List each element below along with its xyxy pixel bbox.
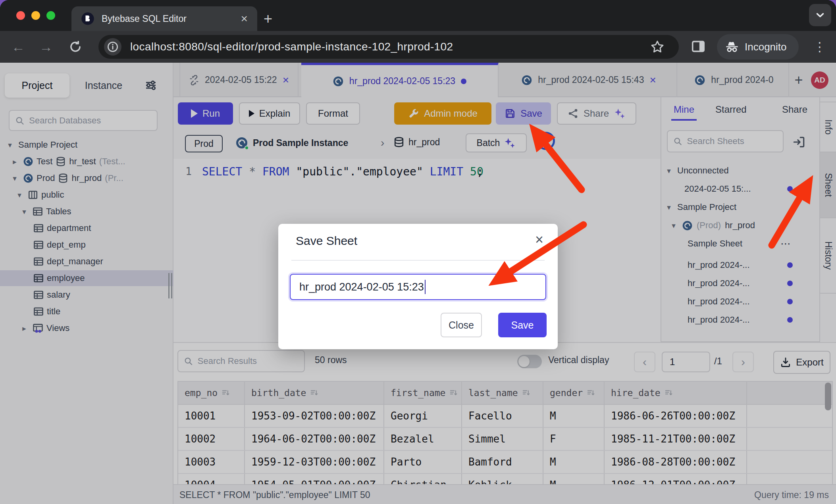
incognito-label: Incognito: [745, 41, 787, 53]
window-close-button[interactable]: [16, 11, 25, 20]
text-caret: [425, 280, 426, 294]
new-tab-button[interactable]: +: [264, 10, 272, 27]
bookmark-star-icon[interactable]: [650, 40, 665, 56]
incognito-icon: [725, 40, 739, 54]
save-sheet-dialog: Save Sheet × hr_prod 2024-02-05 15:23 Cl…: [278, 224, 558, 349]
address-bar[interactable]: localhost:8080/sql-editor/prod-sample-in…: [98, 35, 679, 59]
tab-search-button[interactable]: [809, 4, 831, 26]
browser-window: Bytebase SQL Editor × + ← → localhost:80…: [0, 0, 836, 504]
chevron-down-icon: [814, 9, 826, 21]
browser-tab[interactable]: Bytebase SQL Editor ×: [71, 6, 257, 31]
dialog-title: Save Sheet: [296, 234, 357, 248]
back-button[interactable]: ←: [7, 31, 29, 63]
url-text: localhost:8080/sql-editor/prod-sample-in…: [130, 40, 453, 53]
screenshot-root: Bytebase SQL Editor × + ← → localhost:80…: [0, 0, 836, 504]
chrome-tab-strip: Bytebase SQL Editor × +: [0, 0, 836, 31]
side-panel-icon[interactable]: [691, 39, 706, 56]
dialog-close-button[interactable]: Close: [441, 313, 482, 337]
browser-menu-icon[interactable]: ⋮: [810, 31, 830, 63]
dialog-save-button[interactable]: Save: [498, 313, 547, 337]
close-dialog-icon[interactable]: ×: [535, 233, 543, 247]
sheet-name-input[interactable]: hr_prod 2024-02-05 15:23: [290, 274, 546, 300]
chrome-toolbar: ← → localhost:8080/sql-editor/prod-sampl…: [0, 31, 836, 63]
dialog-divider: [291, 260, 545, 261]
window-zoom-button[interactable]: [46, 11, 55, 20]
close-tab-icon[interactable]: ×: [241, 13, 248, 25]
forward-button[interactable]: →: [35, 31, 57, 63]
site-info-icon[interactable]: [104, 38, 121, 56]
refresh-button[interactable]: [64, 31, 87, 63]
window-minimize-button[interactable]: [31, 11, 40, 20]
incognito-badge: Incognito: [717, 34, 799, 60]
browser-tab-title: Bytebase SQL Editor: [102, 13, 233, 24]
bytebase-favicon-icon: [81, 12, 94, 25]
